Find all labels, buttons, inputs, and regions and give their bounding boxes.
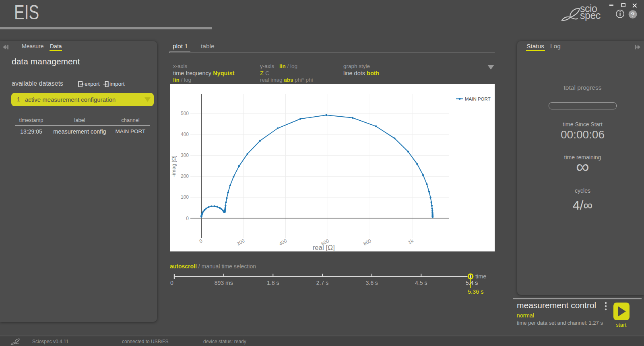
svg-text:1.8 s: 1.8 s: [267, 280, 279, 286]
svg-text:300: 300: [181, 152, 189, 158]
svg-text:800: 800: [362, 238, 372, 247]
svg-text:4.5 s: 4.5 s: [415, 280, 427, 286]
svg-text:200: 200: [236, 238, 246, 247]
svg-text:0: 0: [198, 238, 204, 244]
svg-text:2.7 s: 2.7 s: [316, 280, 328, 286]
svg-text:400: 400: [278, 238, 288, 247]
svg-text:-imag [Ω]: -imag [Ω]: [171, 155, 177, 177]
svg-text:spec: spec: [580, 10, 601, 21]
svg-text:893 ms: 893 ms: [215, 280, 233, 286]
svg-text:?: ?: [631, 11, 634, 18]
svg-text:3.6 s: 3.6 s: [366, 280, 378, 286]
svg-text:5.36 s: 5.36 s: [468, 288, 484, 295]
svg-text:400: 400: [181, 132, 189, 137]
svg-text:500: 500: [181, 111, 189, 116]
svg-text:0: 0: [170, 280, 173, 286]
svg-text:1k: 1k: [407, 238, 415, 245]
svg-text:0: 0: [186, 216, 189, 221]
svg-text:time: time: [475, 273, 486, 280]
svg-text:real [Ω]: real [Ω]: [312, 244, 334, 251]
svg-text:200: 200: [181, 173, 189, 179]
svg-text:MAIN PORT: MAIN PORT: [465, 97, 491, 101]
svg-text:5.4 s: 5.4 s: [466, 280, 478, 286]
svg-text:100: 100: [181, 194, 189, 200]
